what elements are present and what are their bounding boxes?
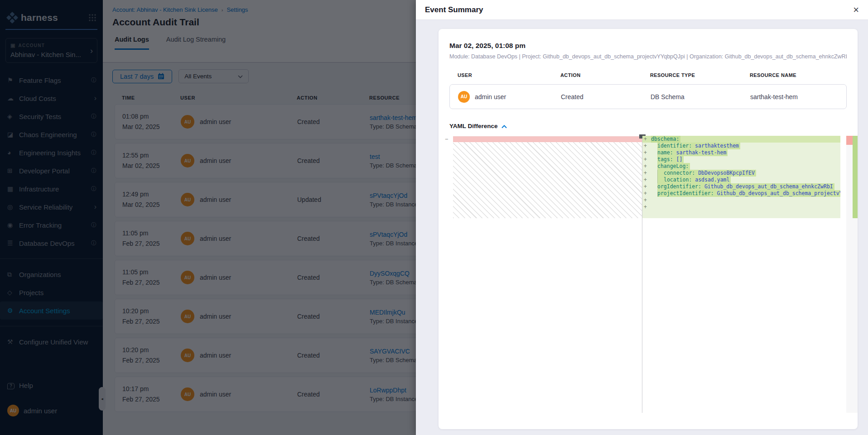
avatar: AU bbox=[458, 91, 470, 103]
diff-line: + bbox=[642, 197, 840, 204]
diff-line: +dbschema: bbox=[642, 136, 840, 143]
diff-decorations-column bbox=[840, 136, 846, 413]
event-resource-type: DB Schema bbox=[651, 93, 750, 100]
event-context: Module: Database DevOps | Project: Githu… bbox=[449, 53, 847, 60]
diff-added-pane: +dbschema: +identifier: sarthaktesthem +… bbox=[642, 136, 840, 218]
event-summary-drawer: Event Summary × Mar 02, 2025, 01:08 pm M… bbox=[416, 0, 868, 435]
yaml-difference-toggle[interactable]: YAML Difference bbox=[449, 123, 847, 129]
diff-line bbox=[642, 210, 840, 217]
yaml-diff-editor[interactable]: − +dbschema: +identifier: sarthaktesthem… bbox=[449, 136, 847, 413]
addition-mark bbox=[853, 136, 858, 218]
diff-removed-line bbox=[453, 136, 642, 142]
diff-empty-region bbox=[453, 142, 642, 218]
event-action: Created bbox=[561, 93, 651, 100]
event-timestamp: Mar 02, 2025, 01:08 pm bbox=[449, 42, 847, 50]
chevron-up-icon bbox=[502, 125, 507, 129]
col-action: ACTION bbox=[560, 72, 650, 78]
col-resource-name: RESOURCE NAME bbox=[750, 72, 847, 78]
drawer-title: Event Summary bbox=[425, 5, 853, 14]
event-row: AUadmin user Created DB Schema sarthak-t… bbox=[449, 84, 847, 109]
diff-removed-gutter: − bbox=[445, 136, 452, 142]
diff-line: +connector: DbDevopsoBKpcpIfEV bbox=[642, 170, 840, 177]
diff-line: +identifier: sarthaktesthem bbox=[642, 143, 840, 149]
event-table-header: USER ACTION RESOURCE TYPE RESOURCE NAME bbox=[449, 72, 847, 78]
diff-overview-ruler-deletions[interactable] bbox=[846, 136, 853, 413]
diff-line: +changeLog: bbox=[642, 163, 840, 170]
event-user: admin user bbox=[475, 93, 506, 100]
deletion-mark bbox=[846, 136, 853, 145]
diff-line: + bbox=[642, 204, 840, 210]
diff-overview-ruler-additions[interactable] bbox=[853, 136, 858, 413]
diff-line: +name: sarthak-test-hem bbox=[642, 149, 840, 156]
drawer-header: Event Summary × bbox=[416, 0, 868, 20]
diff-line: +projectIdentifier: Github_db_devops_aut… bbox=[642, 190, 840, 197]
col-resource-type: RESOURCE TYPE bbox=[650, 72, 750, 78]
diff-line: +tags: [] bbox=[642, 156, 840, 163]
event-summary-card: Mar 02, 2025, 01:08 pm Module: Database … bbox=[439, 29, 858, 429]
col-user: USER bbox=[458, 72, 560, 78]
event-resource-name: sarthak-test-hem bbox=[750, 93, 846, 100]
diff-line: +location: asdsad.yaml bbox=[642, 177, 840, 183]
diff-line: +orgIdentifier: Github_db_devops_aut_db_… bbox=[642, 183, 840, 190]
close-icon[interactable]: × bbox=[853, 5, 859, 15]
